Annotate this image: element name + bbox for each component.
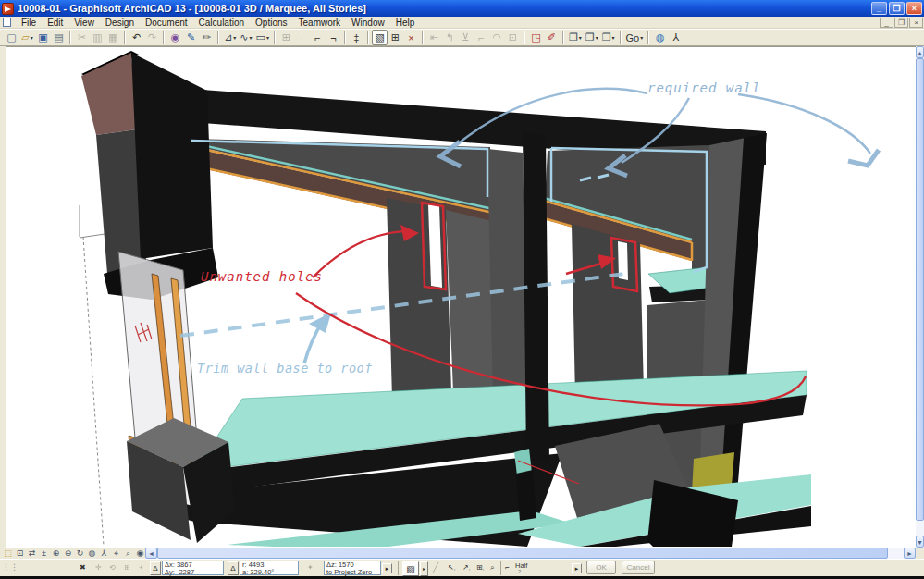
pencil-tool-button[interactable]: ✏ [199, 30, 215, 45]
3d-model-canvas[interactable]: required wall Unwanted holes Trim wall b… [6, 46, 916, 548]
cut-button[interactable]: ✂ [74, 30, 90, 45]
window-view-2-dropdown-arrow[interactable]: ▾ [596, 34, 598, 41]
menu-calculation[interactable]: Calculation [193, 18, 250, 28]
menu-view[interactable]: View [68, 18, 100, 28]
corner-mode-button[interactable]: ⌐ [310, 30, 326, 45]
horizontal-scrollbar[interactable]: ◄ ► [145, 548, 916, 559]
zoom-to-selection-button[interactable]: ⌕ [122, 548, 134, 559]
redline-button[interactable]: ✐ [544, 30, 560, 45]
paste-button[interactable]: ▦ [105, 30, 121, 45]
dz-field[interactable]: Δz: 1570 to Project Zero [324, 561, 381, 575]
snap-cursor-button[interactable]: ↖, [448, 563, 455, 572]
save-button[interactable]: ▣ [35, 30, 51, 45]
marquee-tool-button[interactable]: ▧ [372, 30, 388, 45]
rotate-plane-icon[interactable]: ⟲ [109, 563, 116, 572]
horizontal-scroll-thumb[interactable] [157, 548, 888, 559]
selection-feedback-button[interactable]: ⬚ [2, 548, 14, 559]
window-view-1-dropdown-arrow[interactable]: ▾ [579, 34, 582, 41]
child-restore-button[interactable]: ❐ [894, 18, 908, 28]
menu-document[interactable]: Document [140, 18, 193, 28]
3d-cutaway-button[interactable]: ◳ [528, 30, 544, 45]
favorite-tool-3-dropdown-arrow[interactable]: ▾ [266, 34, 269, 41]
stretch-button[interactable]: ⊡ [505, 30, 521, 45]
cancel-button[interactable]: Cancel [622, 561, 655, 574]
marquee-convert-dropdown[interactable]: ▸ [420, 561, 428, 576]
menu-file[interactable]: File [16, 18, 42, 28]
scroll-right-button[interactable]: ► [904, 548, 916, 559]
go-dropdown[interactable]: Go▾ [624, 30, 646, 45]
look-to-button[interactable]: ⌖ [110, 548, 122, 559]
favorite-tool-2-dropdown-arrow[interactable]: ▾ [249, 34, 252, 41]
title-bar[interactable]: 10008-01 - Graphisoft ArchiCAD 13 - [100… [0, 0, 924, 17]
menu-design[interactable]: Design [100, 18, 140, 28]
walk-button[interactable]: ⅄ [98, 548, 110, 559]
zoom-out-button[interactable]: ⊖ [62, 548, 74, 559]
special-snap-icon[interactable]: ⌐ [505, 563, 510, 572]
menu-edit[interactable]: Edit [42, 18, 68, 28]
redo-button[interactable]: ↷ [144, 30, 160, 45]
close-marquee-button[interactable]: × [403, 30, 419, 45]
open-file-button[interactable]: ▱▾ [19, 30, 35, 45]
zoom-step-button[interactable]: ± [38, 548, 50, 559]
print-button[interactable]: ▤ [51, 30, 67, 45]
favorite-tool-1-dropdown[interactable]: ⊿▾ [222, 30, 238, 45]
orbit-button[interactable]: ↻ [74, 548, 86, 559]
scroll-up-button[interactable]: ▲ [916, 46, 924, 58]
marquee-convert-button[interactable]: ▧ [402, 561, 419, 576]
element-table-button[interactable]: ⊞ [388, 30, 403, 45]
edit-plane-icon[interactable]: ✛ [95, 563, 102, 572]
scroll-down-button[interactable]: ▼ [916, 536, 924, 548]
grid-plane-icon[interactable]: ⊞ [124, 563, 130, 572]
window-view-1-dropdown[interactable]: ❐▾ [567, 30, 584, 45]
gravity-button[interactable]: · [294, 30, 310, 45]
snap-search-button[interactable]: ⌕ [490, 563, 494, 573]
undo-button[interactable]: ↶ [129, 30, 144, 45]
new-document-button[interactable]: ▢ [4, 30, 19, 45]
snap-grid-button[interactable]: ⊞, [476, 563, 484, 572]
mirror-button[interactable]: ⊻ [458, 30, 474, 45]
vertical-scroll-thumb[interactable] [916, 58, 924, 521]
menu-options[interactable]: Options [250, 18, 292, 28]
dxdy-field[interactable]: Δx: 3867 Δy: -2287 [162, 561, 224, 575]
group-mode-button[interactable]: ¬ [326, 30, 341, 45]
close-button[interactable]: × [906, 2, 922, 15]
open-file-button-arrow[interactable]: ▾ [31, 34, 33, 41]
tracker-drag-handle[interactable]: ⋮⋮ [2, 562, 18, 572]
restore-button[interactable]: ❐ [889, 2, 905, 15]
menu-help[interactable]: Help [390, 18, 421, 28]
child-close-button[interactable]: × [909, 18, 923, 28]
go-dropdown-arrow[interactable]: ▾ [640, 34, 643, 41]
dz-options-button[interactable]: ► [382, 563, 392, 573]
favorite-tool-2-dropdown[interactable]: ∿▾ [238, 30, 253, 45]
favorite-tool-3-dropdown[interactable]: ▭▾ [253, 30, 270, 45]
scroll-left-button[interactable]: ◄ [145, 548, 157, 559]
pan-button[interactable]: ⇄ [26, 548, 38, 559]
menu-teamwork[interactable]: Teamwork [293, 18, 347, 28]
fillet-button[interactable]: ◠ [489, 30, 505, 45]
copy-button[interactable]: ▥ [90, 30, 105, 45]
vertical-scrollbar[interactable]: ▲ ▼ [916, 46, 924, 548]
grid-snap-button[interactable]: ⊞ [278, 30, 294, 45]
ok-button[interactable]: OK [586, 561, 616, 574]
window-view-3-dropdown[interactable]: ❐▾ [600, 30, 617, 45]
model-check-button[interactable]: ◉ [167, 30, 183, 45]
explore-button[interactable]: ◍ [86, 548, 98, 559]
pen-tool-button[interactable]: ✎ [183, 30, 199, 45]
rotate-button[interactable]: ↰ [442, 30, 458, 45]
dxdy-toggle-button[interactable]: Δ [150, 561, 161, 575]
walk-mode-button[interactable]: ⅄ [668, 30, 684, 45]
tracker-close-button[interactable]: ✖ [80, 563, 86, 572]
explore-model-button[interactable]: ◍ [652, 30, 668, 45]
favorite-tool-1-dropdown-arrow[interactable]: ▾ [233, 34, 236, 41]
snap-options-button[interactable]: ► [572, 563, 582, 573]
window-view-3-dropdown-arrow[interactable]: ▾ [612, 34, 615, 41]
ra-field[interactable]: r: 4493 a: 329,40° [240, 561, 299, 575]
snap-vertex-button[interactable]: ↗, [462, 563, 470, 572]
anchor-button[interactable]: ‡ [349, 30, 364, 45]
zoom-in-button[interactable]: ⊕ [50, 548, 62, 559]
align-left-button[interactable]: ⇤ [426, 30, 442, 45]
trim-button[interactable]: ⌐ [474, 30, 489, 45]
menu-window[interactable]: Window [346, 18, 390, 28]
add-plane-icon[interactable]: + [139, 563, 143, 572]
child-minimize-button[interactable]: _ [880, 18, 893, 28]
